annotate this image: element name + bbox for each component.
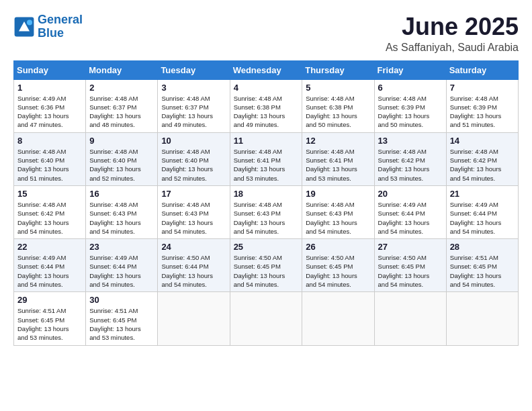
calendar-cell: 27Sunrise: 4:50 AM Sunset: 6:45 PM Dayli… [374,239,446,292]
calendar-week-row: 15Sunrise: 4:48 AM Sunset: 6:42 PM Dayli… [14,185,519,238]
calendar-cell [374,292,446,345]
calendar-cell: 3Sunrise: 4:48 AM Sunset: 6:37 PM Daylig… [158,79,230,132]
day-number: 1 [17,83,82,93]
day-number: 18 [234,189,299,199]
calendar-cell: 25Sunrise: 4:50 AM Sunset: 6:45 PM Dayli… [230,239,302,292]
calendar-week-row: 1Sunrise: 4:49 AM Sunset: 6:36 PM Daylig… [14,79,519,132]
calendar-cell [230,292,302,345]
location-title: As Saffaniyah, Saudi Arabia [386,42,519,54]
title-area: June 2025 As Saffaniyah, Saudi Arabia [386,13,519,54]
day-number: 11 [234,136,299,146]
calendar-cell: 26Sunrise: 4:50 AM Sunset: 6:45 PM Dayli… [302,239,374,292]
calendar-cell: 19Sunrise: 4:48 AM Sunset: 6:43 PM Dayli… [302,185,374,238]
day-info: Sunrise: 4:48 AM Sunset: 6:42 PM Dayligh… [450,147,515,183]
day-number: 7 [450,83,515,93]
day-number: 26 [306,242,370,252]
day-info: Sunrise: 4:50 AM Sunset: 6:45 PM Dayligh… [234,253,299,289]
day-number: 22 [17,242,82,252]
svg-point-2 [27,19,32,25]
day-info: Sunrise: 4:50 AM Sunset: 6:44 PM Dayligh… [161,253,226,289]
day-number: 28 [450,242,515,252]
calendar-cell: 20Sunrise: 4:49 AM Sunset: 6:44 PM Dayli… [374,185,446,238]
day-info: Sunrise: 4:48 AM Sunset: 6:40 PM Dayligh… [89,147,154,183]
day-info: Sunrise: 4:48 AM Sunset: 6:43 PM Dayligh… [234,200,299,236]
day-number: 14 [450,136,515,146]
day-number: 21 [450,189,515,199]
day-info: Sunrise: 4:49 AM Sunset: 6:44 PM Dayligh… [17,253,82,289]
day-info: Sunrise: 4:48 AM Sunset: 6:37 PM Dayligh… [89,94,154,130]
day-info: Sunrise: 4:48 AM Sunset: 6:39 PM Dayligh… [378,94,443,130]
calendar-cell [158,292,230,345]
day-info: Sunrise: 4:48 AM Sunset: 6:38 PM Dayligh… [306,94,370,130]
calendar-week-row: 22Sunrise: 4:49 AM Sunset: 6:44 PM Dayli… [14,239,519,292]
calendar-cell: 9Sunrise: 4:48 AM Sunset: 6:40 PM Daylig… [86,132,158,185]
calendar-cell: 4Sunrise: 4:48 AM Sunset: 6:38 PM Daylig… [230,79,302,132]
weekday-header-cell: Wednesday [230,60,302,79]
day-info: Sunrise: 4:51 AM Sunset: 6:45 PM Dayligh… [450,253,515,289]
day-info: Sunrise: 4:49 AM Sunset: 6:44 PM Dayligh… [89,253,154,289]
logo-icon [13,16,35,38]
day-number: 30 [89,295,154,305]
day-info: Sunrise: 4:49 AM Sunset: 6:36 PM Dayligh… [17,94,82,130]
weekday-header-cell: Tuesday [158,60,230,79]
calendar-cell: 13Sunrise: 4:48 AM Sunset: 6:42 PM Dayli… [374,132,446,185]
calendar-cell: 16Sunrise: 4:48 AM Sunset: 6:43 PM Dayli… [86,185,158,238]
day-number: 23 [89,242,154,252]
day-number: 27 [378,242,443,252]
day-info: Sunrise: 4:49 AM Sunset: 6:44 PM Dayligh… [450,200,515,236]
day-info: Sunrise: 4:48 AM Sunset: 6:37 PM Dayligh… [161,94,226,130]
day-info: Sunrise: 4:50 AM Sunset: 6:45 PM Dayligh… [378,253,443,289]
logo: General Blue [13,13,83,40]
day-number: 19 [306,189,370,199]
day-number: 12 [306,136,370,146]
weekday-header-cell: Friday [374,60,446,79]
weekday-header-cell: Thursday [302,60,374,79]
calendar-cell: 15Sunrise: 4:48 AM Sunset: 6:42 PM Dayli… [14,185,86,238]
day-info: Sunrise: 4:48 AM Sunset: 6:40 PM Dayligh… [161,147,226,183]
day-info: Sunrise: 4:48 AM Sunset: 6:41 PM Dayligh… [306,147,370,183]
day-number: 24 [161,242,226,252]
calendar-cell: 24Sunrise: 4:50 AM Sunset: 6:44 PM Dayli… [158,239,230,292]
calendar-cell: 8Sunrise: 4:48 AM Sunset: 6:40 PM Daylig… [14,132,86,185]
calendar-cell: 21Sunrise: 4:49 AM Sunset: 6:44 PM Dayli… [446,185,518,238]
calendar-cell: 2Sunrise: 4:48 AM Sunset: 6:37 PM Daylig… [86,79,158,132]
day-info: Sunrise: 4:48 AM Sunset: 6:43 PM Dayligh… [161,200,226,236]
calendar-cell: 7Sunrise: 4:48 AM Sunset: 6:39 PM Daylig… [446,79,518,132]
calendar-cell: 12Sunrise: 4:48 AM Sunset: 6:41 PM Dayli… [302,132,374,185]
day-info: Sunrise: 4:48 AM Sunset: 6:38 PM Dayligh… [234,94,299,130]
day-info: Sunrise: 4:48 AM Sunset: 6:42 PM Dayligh… [378,147,443,183]
day-info: Sunrise: 4:48 AM Sunset: 6:43 PM Dayligh… [306,200,370,236]
calendar-table: SundayMondayTuesdayWednesdayThursdayFrid… [13,60,519,346]
day-number: 4 [234,83,299,93]
calendar-cell: 6Sunrise: 4:48 AM Sunset: 6:39 PM Daylig… [374,79,446,132]
calendar-week-row: 8Sunrise: 4:48 AM Sunset: 6:40 PM Daylig… [14,132,519,185]
day-info: Sunrise: 4:48 AM Sunset: 6:41 PM Dayligh… [234,147,299,183]
calendar-cell: 18Sunrise: 4:48 AM Sunset: 6:43 PM Dayli… [230,185,302,238]
day-number: 29 [17,295,82,305]
day-number: 13 [378,136,443,146]
calendar-week-row: 29Sunrise: 4:51 AM Sunset: 6:45 PM Dayli… [14,292,519,345]
calendar-cell: 29Sunrise: 4:51 AM Sunset: 6:45 PM Dayli… [14,292,86,345]
calendar-cell: 23Sunrise: 4:49 AM Sunset: 6:44 PM Dayli… [86,239,158,292]
day-number: 8 [17,136,82,146]
day-number: 5 [306,83,370,93]
calendar-cell: 28Sunrise: 4:51 AM Sunset: 6:45 PM Dayli… [446,239,518,292]
calendar-cell: 11Sunrise: 4:48 AM Sunset: 6:41 PM Dayli… [230,132,302,185]
logo-name: General Blue [38,13,83,40]
day-info: Sunrise: 4:48 AM Sunset: 6:43 PM Dayligh… [89,200,154,236]
day-number: 2 [89,83,154,93]
day-number: 17 [161,189,226,199]
day-number: 10 [161,136,226,146]
day-number: 16 [89,189,154,199]
weekday-header-row: SundayMondayTuesdayWednesdayThursdayFrid… [14,60,519,79]
calendar-cell [302,292,374,345]
calendar-cell: 30Sunrise: 4:51 AM Sunset: 6:45 PM Dayli… [86,292,158,345]
day-info: Sunrise: 4:48 AM Sunset: 6:39 PM Dayligh… [450,94,515,130]
calendar-cell: 17Sunrise: 4:48 AM Sunset: 6:43 PM Dayli… [158,185,230,238]
month-title: June 2025 [386,13,519,40]
calendar-cell: 5Sunrise: 4:48 AM Sunset: 6:38 PM Daylig… [302,79,374,132]
day-info: Sunrise: 4:48 AM Sunset: 6:42 PM Dayligh… [17,200,82,236]
calendar-cell: 22Sunrise: 4:49 AM Sunset: 6:44 PM Dayli… [14,239,86,292]
calendar-cell: 1Sunrise: 4:49 AM Sunset: 6:36 PM Daylig… [14,79,86,132]
day-number: 15 [17,189,82,199]
